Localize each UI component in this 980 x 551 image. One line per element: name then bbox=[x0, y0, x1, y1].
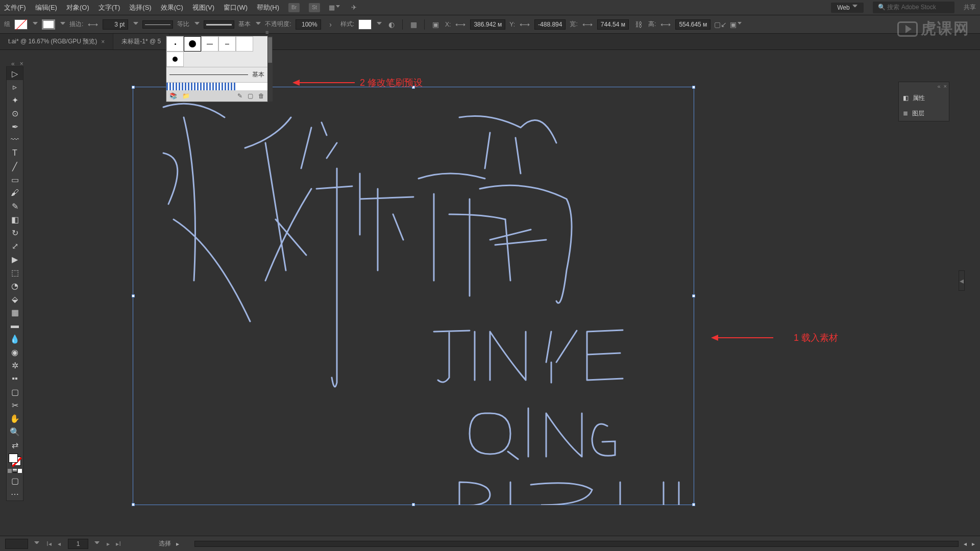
share-button[interactable]: 共享 bbox=[964, 3, 976, 12]
transform-icon[interactable]: ▣ bbox=[430, 19, 441, 30]
close-icon[interactable]: × bbox=[101, 38, 105, 45]
recolor-icon[interactable]: ◐ bbox=[386, 19, 397, 30]
wh-link-icon[interactable]: ⛓ bbox=[633, 19, 644, 30]
canvas-area[interactable] bbox=[31, 51, 954, 531]
color-mode-icons[interactable] bbox=[7, 468, 23, 474]
menu-select[interactable]: 选择(S) bbox=[129, 3, 151, 12]
h-link-icon[interactable]: ⟷ bbox=[660, 19, 671, 30]
library-icon[interactable]: 📚 bbox=[169, 92, 177, 99]
y-link-icon[interactable]: ⟷ bbox=[519, 19, 530, 30]
horizontal-scrollbar[interactable] bbox=[194, 541, 959, 547]
mesh-tool[interactable]: ▦ bbox=[7, 306, 23, 319]
tab-document-1[interactable]: t.ai* @ 16.67% (RGB/GPU 预览) × bbox=[0, 34, 113, 49]
delete-brush-icon[interactable]: 🗑 bbox=[258, 92, 264, 99]
selection-bounding-box[interactable] bbox=[133, 87, 694, 505]
selection-tool[interactable]: ▷ bbox=[7, 67, 23, 80]
opacity-field[interactable]: 100% bbox=[296, 19, 321, 30]
shape-mode-icon[interactable]: ▢↙ bbox=[715, 19, 726, 30]
brush-preset-dash2[interactable] bbox=[218, 36, 236, 52]
stroke-profile[interactable] bbox=[142, 20, 173, 29]
w-field[interactable]: 744.54 м bbox=[597, 19, 629, 30]
first-artboard-icon[interactable]: I◂ bbox=[44, 539, 53, 548]
next-artboard-icon[interactable]: ▸ bbox=[105, 539, 112, 548]
lasso-tool[interactable]: ⊙ bbox=[7, 107, 23, 120]
x-link-icon[interactable]: ⟷ bbox=[455, 19, 466, 30]
brush-basic-stroke[interactable]: 基本 bbox=[166, 67, 267, 82]
brush-preset-dot[interactable] bbox=[166, 36, 184, 52]
brush-preset-dot2[interactable] bbox=[166, 52, 184, 67]
shape-builder-tool[interactable]: ◔ bbox=[7, 279, 23, 292]
brush-preset-popup[interactable]: ≡ 基本 📚 📁 ✎ ▢ 🗑 bbox=[166, 36, 268, 102]
pencil-tool[interactable]: ✎ bbox=[7, 199, 23, 213]
stroke-swatch[interactable] bbox=[42, 19, 55, 30]
menu-edit[interactable]: 编辑(E) bbox=[35, 3, 57, 12]
gradient-tool[interactable]: ▬ bbox=[7, 319, 23, 332]
brush-pattern-stroke[interactable] bbox=[166, 82, 267, 90]
fill-swatch[interactable] bbox=[14, 19, 28, 30]
stock-icon[interactable]: St bbox=[309, 3, 320, 12]
menu-effect[interactable]: 效果(C) bbox=[161, 3, 183, 12]
style-swatch[interactable] bbox=[358, 19, 372, 30]
brush-preset-empty[interactable] bbox=[236, 36, 253, 52]
magic-wand-tool[interactable]: ✦ bbox=[7, 93, 23, 107]
toggle-fill-stroke[interactable]: ⇄ bbox=[7, 438, 23, 452]
screen-mode-tool[interactable]: ▢ bbox=[7, 474, 23, 487]
popup-menu-icon[interactable]: ≡ bbox=[265, 29, 273, 35]
slice-tool[interactable]: ✂ bbox=[7, 398, 23, 412]
stroke-weight-field[interactable]: 3 pt bbox=[103, 19, 128, 30]
width-tool[interactable]: ▶ bbox=[7, 253, 23, 266]
tab-document-2[interactable]: 未标题-1* @ 5 bbox=[113, 34, 169, 49]
h-field[interactable]: 554.645 м bbox=[675, 19, 710, 30]
eyedropper-tool[interactable]: 💧 bbox=[7, 332, 23, 345]
free-transform-tool[interactable]: ⬚ bbox=[7, 266, 23, 279]
menu-view[interactable]: 视图(V) bbox=[192, 3, 214, 12]
brush-preset-bigdot[interactable] bbox=[184, 36, 201, 52]
scroll-right-icon[interactable]: ▸ bbox=[972, 540, 975, 547]
menu-help[interactable]: 帮助(H) bbox=[257, 3, 279, 12]
perspective-tool[interactable]: ⬙ bbox=[7, 292, 23, 306]
w-link-icon[interactable]: ⟷ bbox=[582, 19, 593, 30]
brush-definition[interactable] bbox=[204, 20, 234, 29]
rectangle-tool[interactable]: ▭ bbox=[7, 173, 23, 186]
layers-panel-button[interactable]: ≣ 图层 bbox=[899, 106, 949, 121]
symbol-sprayer-tool[interactable]: ✲ bbox=[7, 359, 23, 372]
last-artboard-icon[interactable]: ▸I bbox=[114, 539, 122, 548]
rotate-tool[interactable]: ↻ bbox=[7, 226, 23, 239]
workspace-switcher[interactable]: Web bbox=[831, 3, 864, 13]
arrange-icon[interactable]: ▦ bbox=[329, 3, 339, 13]
eraser-tool[interactable]: ◧ bbox=[7, 213, 23, 226]
panel-collapse-icon[interactable]: « bbox=[937, 83, 940, 89]
zoom-tool[interactable]: 🔍 bbox=[7, 425, 23, 438]
curvature-tool[interactable]: 〰 bbox=[7, 133, 23, 146]
direct-selection-tool[interactable]: ▹ bbox=[7, 80, 23, 93]
new-brush-icon[interactable]: ▢ bbox=[248, 92, 253, 99]
x-field[interactable]: 386.942 м bbox=[470, 19, 505, 30]
edit-toolbar[interactable]: ⋯ bbox=[7, 487, 23, 500]
brush-preset-dash1[interactable] bbox=[201, 36, 218, 52]
menu-object[interactable]: 对象(O) bbox=[66, 3, 89, 12]
line-tool[interactable]: ╱ bbox=[7, 160, 23, 173]
scale-tool[interactable]: ⤢ bbox=[7, 239, 23, 253]
artboard-tool[interactable]: ▢ bbox=[7, 385, 23, 398]
artboard-number[interactable]: 1 bbox=[68, 539, 89, 549]
stroke-link-icon[interactable]: ⟷ bbox=[87, 19, 99, 30]
blend-tool[interactable]: ◉ bbox=[7, 345, 23, 359]
column-graph-tool[interactable]: ▪▪ bbox=[7, 372, 23, 385]
isolate-icon[interactable]: ▣ bbox=[730, 19, 741, 30]
opacity-arrow-icon[interactable]: › bbox=[325, 19, 336, 30]
y-field[interactable]: -488.894 bbox=[534, 19, 566, 30]
panel-close-icon[interactable]: × bbox=[944, 83, 947, 89]
prev-artboard-icon[interactable]: ◂ bbox=[56, 539, 63, 548]
paintbrush-tool[interactable]: 🖌 bbox=[7, 186, 23, 199]
gpu-icon[interactable]: ✈ bbox=[349, 3, 359, 13]
pen-tool[interactable]: ✒ bbox=[7, 120, 23, 133]
zoom-field[interactable] bbox=[5, 539, 28, 549]
hand-tool[interactable]: ✋ bbox=[7, 412, 23, 425]
align-icon[interactable]: ▦ bbox=[408, 19, 419, 30]
properties-panel-button[interactable]: ◧ 属性 bbox=[899, 90, 949, 106]
edit-brush-icon[interactable]: ✎ bbox=[237, 92, 242, 99]
tool-info-icon[interactable]: ▸ bbox=[176, 540, 179, 547]
menu-file[interactable]: 文件(F) bbox=[4, 3, 26, 12]
folder-icon[interactable]: 📁 bbox=[182, 92, 190, 99]
menu-type[interactable]: 文字(T) bbox=[99, 3, 120, 12]
